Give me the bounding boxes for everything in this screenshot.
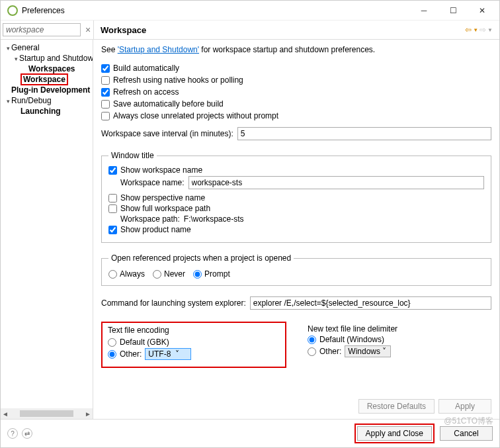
scroll-thumb[interactable]	[20, 410, 73, 417]
forward-menu-icon[interactable]: ▼	[487, 27, 493, 33]
show-perspective-checkbox[interactable]	[108, 194, 117, 202]
open-referenced-legend: Open referenced projects when a project …	[108, 253, 294, 263]
refresh-hooks-label: Refresh using native hooks or polling	[113, 75, 243, 85]
ws-path-value: F:\workspace-sts	[184, 214, 244, 224]
encoding-other-radio[interactable]	[108, 350, 116, 359]
always-radio[interactable]	[108, 270, 117, 279]
show-ws-name-checkbox[interactable]	[108, 166, 117, 175]
explorer-label: Command for launching system explorer:	[101, 298, 246, 308]
intro-text: See 'Startup and Shutdown' for workspace…	[101, 45, 491, 54]
window-title-group: Window title Show workspace name Workspa…	[101, 151, 491, 243]
refresh-hooks-checkbox[interactable]	[101, 76, 110, 85]
forward-icon: ⇨	[479, 25, 486, 34]
filter-input[interactable]	[3, 23, 81, 36]
build-auto-label: Build automatically	[113, 64, 179, 73]
restore-defaults-button[interactable]: Restore Defaults	[358, 399, 435, 414]
back-menu-icon[interactable]: ▼	[473, 27, 478, 33]
delimiter-combo[interactable]: Windows ˅	[345, 345, 391, 357]
titlebar: Preferences ─ ☐ ✕	[1, 1, 499, 21]
prompt-radio[interactable]	[193, 270, 202, 279]
encoding-legend: Text file encoding	[108, 326, 280, 335]
build-auto-checkbox[interactable]	[101, 64, 110, 73]
import-export-icon[interactable]: ⇄	[22, 428, 32, 439]
delimiter-default-radio[interactable]	[308, 336, 316, 344]
startup-shutdown-link[interactable]: 'Startup and Shutdown'	[118, 45, 199, 54]
close-button[interactable]: ✕	[468, 1, 497, 20]
show-product-checkbox[interactable]	[108, 226, 117, 234]
tree-launching[interactable]: Launching	[21, 107, 61, 116]
save-before-build-label: Save automatically before build	[113, 99, 224, 109]
close-unrelated-label: Always close unrelated projects without …	[113, 111, 278, 120]
delimiter-legend: New text file line delimiter	[308, 324, 397, 334]
never-radio[interactable]	[153, 270, 161, 279]
minimize-button[interactable]: ─	[409, 1, 438, 20]
apply-button[interactable]: Apply	[438, 399, 491, 414]
maximize-button[interactable]: ☐	[438, 1, 468, 20]
apply-close-button[interactable]: Apply and Close	[357, 426, 432, 441]
delimiter-group: New text file line delimiter Default (Wi…	[302, 322, 403, 368]
refresh-access-label: Refresh on access	[113, 87, 179, 97]
tree-run-debug[interactable]: Run/Debug	[11, 96, 52, 105]
preferences-tree[interactable]: ▾General ▾Startup and Shutdown Workspace…	[1, 40, 93, 419]
delimiter-other-radio[interactable]	[308, 347, 316, 356]
encoding-combo[interactable]: UTF-8 ˅	[145, 348, 191, 360]
window-title-legend: Window title	[108, 151, 157, 160]
encoding-default-radio[interactable]	[108, 338, 116, 347]
tree-startup[interactable]: Startup and Shutdown	[19, 54, 93, 63]
refresh-access-checkbox[interactable]	[101, 88, 110, 97]
tree-workspace[interactable]: Workspace	[21, 73, 68, 85]
scroll-right-icon[interactable]: ►	[85, 410, 91, 418]
back-icon[interactable]: ⇦	[465, 25, 472, 34]
scroll-left-icon[interactable]: ◄	[2, 410, 9, 418]
nav-arrows: ⇦ ▼ ⇨ ▼	[465, 25, 493, 34]
window-title: Preferences	[22, 6, 409, 15]
cancel-button[interactable]: Cancel	[440, 426, 493, 441]
filter-bar: × Workspace ⇦ ▼ ⇨ ▼	[1, 21, 499, 40]
tree-plugin-dev[interactable]: Plug-in Development	[11, 85, 90, 95]
tree-general[interactable]: General	[11, 43, 40, 52]
main-panel: See 'Startup and Shutdown' for workspace…	[93, 40, 499, 419]
encoding-group: Text file encoding Default (GBK) Other: …	[101, 322, 286, 368]
ws-name-label: Workspace name:	[120, 178, 185, 187]
tree-scrollbar[interactable]: ◄ ►	[1, 408, 93, 419]
help-icon[interactable]: ?	[7, 428, 18, 439]
ws-name-input[interactable]	[188, 176, 485, 189]
clear-filter-icon[interactable]: ×	[83, 25, 93, 34]
save-interval-label: Workspace save interval (in minutes):	[101, 129, 233, 138]
explorer-input[interactable]	[250, 296, 491, 310]
tree-workspaces[interactable]: Workspaces	[28, 64, 75, 73]
save-interval-input[interactable]	[237, 127, 491, 140]
open-referenced-group: Open referenced projects when a project …	[101, 253, 491, 286]
footer: ? ⇄ Apply and Close Cancel	[1, 419, 499, 447]
app-icon	[7, 5, 18, 16]
page-title: Workspace	[101, 25, 146, 35]
show-full-path-checkbox[interactable]	[108, 204, 117, 213]
ws-path-label: Workspace path:	[120, 214, 180, 224]
save-before-build-checkbox[interactable]	[101, 100, 110, 109]
close-unrelated-checkbox[interactable]	[101, 112, 110, 120]
